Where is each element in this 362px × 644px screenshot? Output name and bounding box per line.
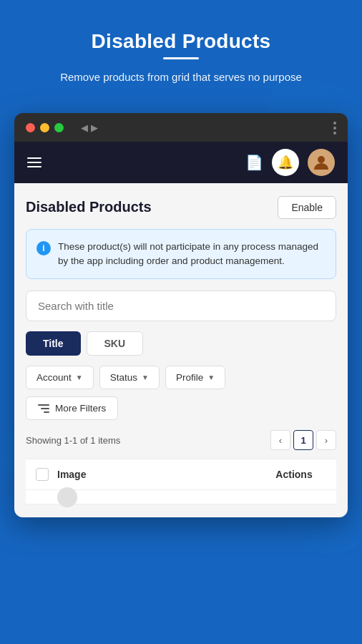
bell-icon: 🔔: [278, 155, 293, 170]
chevron-down-icon: ▼: [142, 374, 149, 381]
document-icon[interactable]: 📄: [245, 154, 263, 171]
filter-sliders-icon: [38, 404, 49, 413]
filter-profile-label: Profile: [176, 372, 203, 383]
dot-red[interactable]: [26, 123, 35, 132]
page-header: Disabled Products Enable: [26, 196, 336, 219]
notification-bell[interactable]: 🔔: [272, 149, 299, 176]
page-nav: ‹ 1 ›: [270, 430, 336, 450]
page-1-button[interactable]: 1: [293, 430, 313, 450]
hero-section: Disabled Products Remove products from g…: [0, 0, 362, 100]
select-all-checkbox[interactable]: [36, 468, 49, 481]
avatar[interactable]: [308, 149, 335, 176]
showing-text: Showing 1-1 of 1 items: [26, 435, 265, 446]
hamburger-menu[interactable]: [27, 157, 41, 167]
hero-underline: [163, 57, 199, 59]
info-icon: i: [36, 241, 51, 255]
filter-status[interactable]: Status ▼: [99, 366, 160, 389]
chevron-down-icon: ▼: [76, 374, 83, 381]
filter-status-label: Status: [110, 372, 137, 383]
tabs-row: Title SKU: [26, 331, 336, 356]
hero-subtitle: Remove products from grid that serves no…: [14, 69, 348, 86]
avatar-icon: [311, 152, 331, 172]
filter-account-label: Account: [36, 372, 72, 383]
chevron-down-icon: ▼: [207, 374, 215, 381]
col-image: Image: [57, 469, 262, 480]
more-filters-button[interactable]: More Filters: [26, 396, 118, 420]
svg-point-9: [318, 156, 325, 163]
dot-yellow[interactable]: [40, 123, 49, 132]
pagination-row: Showing 1-1 of 1 items ‹ 1 ›: [26, 430, 336, 450]
chrome-nav: ◀ ▶: [81, 122, 98, 133]
more-filters-label: More Filters: [55, 403, 106, 414]
page-title: Disabled Products: [26, 199, 152, 215]
table-header: Image Actions: [26, 459, 336, 490]
hero-title: Disabled Products: [14, 30, 348, 53]
product-image-placeholder: [57, 487, 77, 507]
search-input[interactable]: [26, 291, 336, 321]
enable-button[interactable]: Enable: [278, 196, 336, 219]
chrome-menu-icon[interactable]: [333, 122, 336, 135]
tab-title[interactable]: Title: [26, 331, 81, 356]
dot-green[interactable]: [54, 123, 64, 132]
info-text: These product(s) will not participate in…: [58, 240, 326, 269]
tab-sku[interactable]: SKU: [87, 331, 144, 356]
next-page-button[interactable]: ›: [316, 430, 336, 450]
table-row: [26, 490, 336, 504]
nav-forward-icon[interactable]: ▶: [91, 122, 98, 133]
header-icons: 📄 🔔: [245, 149, 335, 176]
prev-page-button[interactable]: ‹: [270, 430, 290, 450]
col-actions: Actions: [262, 469, 326, 480]
browser-window: ◀ ▶ 📄 🔔: [14, 113, 348, 518]
browser-chrome: ◀ ▶: [14, 113, 348, 142]
nav-back-icon[interactable]: ◀: [81, 122, 88, 133]
info-box: i These product(s) will not participate …: [26, 229, 336, 280]
main-content: Disabled Products Enable i These product…: [14, 183, 348, 518]
filter-row: Account ▼ Status ▼ Profile ▼: [26, 366, 336, 389]
filter-profile[interactable]: Profile ▼: [165, 366, 225, 389]
app-header: 📄 🔔: [14, 142, 348, 183]
filter-account[interactable]: Account ▼: [26, 366, 94, 389]
chrome-dots: [26, 123, 64, 132]
